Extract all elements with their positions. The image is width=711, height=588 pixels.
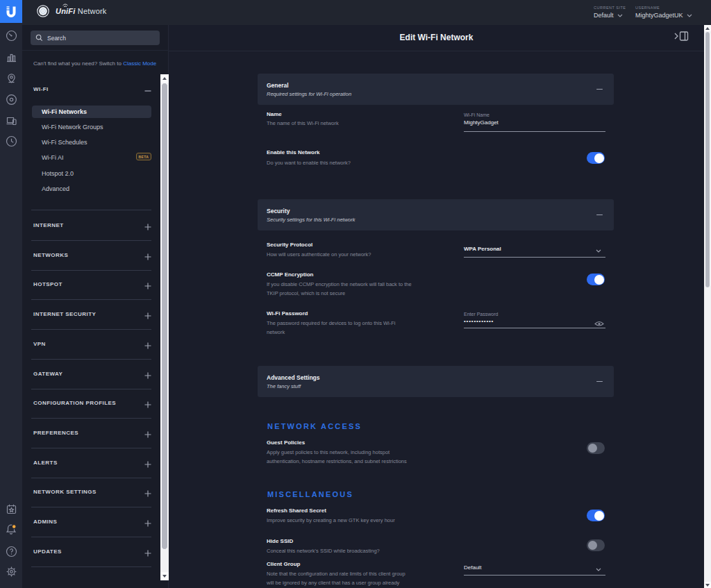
client-group-desc: Note that the configuration and rate lim… [267, 570, 412, 587]
sidebar-scrollbar-thumb[interactable] [161, 83, 168, 550]
sidebar-item-wifi-schedules[interactable]: Wi-Fi Schedules [42, 139, 87, 146]
sidebar-divider [31, 210, 151, 210]
scroll-up-button[interactable] [160, 74, 169, 83]
expand-icon[interactable] [144, 340, 152, 348]
current-site-value: Default [594, 12, 614, 19]
expand-icon[interactable] [144, 280, 152, 289]
expand-icon[interactable] [144, 429, 152, 437]
sidebar-section-wifi[interactable]: WI-FI [33, 86, 49, 92]
client-group-select[interactable]: Default [464, 564, 605, 576]
hide-ssid-toggle[interactable] [587, 539, 605, 551]
expand-icon[interactable] [144, 251, 152, 260]
map-icon[interactable] [0, 68, 22, 89]
sidebar-section-vpn[interactable]: VPN [33, 341, 46, 347]
current-site-label: CURRENT SITE [594, 6, 626, 10]
scroll-down-button[interactable] [160, 572, 169, 580]
expand-panel-icon[interactable] [674, 31, 689, 42]
expand-icon[interactable] [144, 518, 152, 526]
ccmp-encryption-toggle[interactable] [587, 274, 605, 285]
sidebar-section-hotspot[interactable]: HOTSPOT [33, 281, 62, 287]
insights-icon[interactable] [0, 131, 22, 151]
classic-mode-link[interactable]: Classic Mode [123, 60, 156, 67]
collapse-section-icon[interactable] [596, 215, 603, 216]
scroll-down-button[interactable] [704, 582, 711, 588]
guest-policies-desc: Apply guest policies to this network, in… [267, 448, 412, 466]
sidebar-divider [31, 507, 151, 507]
clients-icon[interactable] [0, 110, 22, 131]
sidebar-item-wifi-networks[interactable]: Wi-Fi Networks [42, 108, 87, 115]
client-group-label: Client Group [267, 561, 300, 567]
settings-icon[interactable] [0, 561, 22, 582]
expand-icon[interactable] [144, 548, 152, 556]
expand-icon[interactable] [144, 370, 152, 378]
sidebar-divider [31, 359, 151, 360]
main-scrollbar-thumb[interactable] [705, 31, 710, 288]
help-icon[interactable] [0, 541, 22, 562]
sidebar-section-alerts[interactable]: ALERTS [33, 460, 58, 466]
sidebar-divider [22, 50, 169, 51]
sidebar-item-hotspot-20[interactable]: Hotspot 2.0 [42, 170, 74, 177]
guest-policies-label: Guest Policies [267, 439, 305, 446]
sidebar-section-network-settings[interactable]: NETWORK SETTINGS [33, 489, 97, 495]
sidebar-divider [31, 299, 151, 300]
sidebar-item-wifi-network-groups[interactable]: Wi-Fi Network Groups [42, 124, 103, 131]
sidebar-item-advanced[interactable]: Advanced [42, 185, 69, 192]
section-title: Advanced Settings [267, 374, 320, 381]
ubiquiti-logo-tile[interactable] [0, 0, 22, 23]
hide-ssid-desc: Conceal this network's SSID while broadc… [267, 547, 412, 556]
notifications-icon[interactable] [0, 519, 22, 540]
wifi-password-label: Wi-Fi Password [267, 310, 308, 317]
beta-badge: BETA [136, 153, 151, 160]
sidebar-item-wifi-ai[interactable]: Wi-Fi AI [42, 154, 64, 161]
expand-icon[interactable] [144, 221, 152, 230]
ccmp-encryption-desc: If you disable CCMP encryption the netwo… [267, 280, 412, 298]
enable-network-label: Enable this Network [267, 149, 319, 156]
sidebar-divider [31, 566, 151, 567]
devices-icon[interactable] [0, 89, 22, 110]
wifi-arcs-icon [62, 3, 69, 8]
icon-rail [0, 0, 22, 588]
enable-network-toggle[interactable] [587, 152, 605, 164]
wifi-password-input-value: •••••••••••• [464, 318, 605, 324]
scroll-up-button[interactable] [704, 25, 711, 31]
sidebar-divider [31, 329, 151, 330]
sidebar-section-networks[interactable]: NETWORKS [33, 252, 68, 258]
sidebar-section-preferences[interactable]: PREFERENCES [33, 430, 78, 436]
expand-icon[interactable] [144, 459, 152, 467]
expand-icon[interactable] [144, 310, 152, 319]
app-title-product: UniFi [56, 7, 76, 15]
site-switcher[interactable]: CURRENT SITE Default [594, 6, 626, 19]
sidebar-section-internet-security[interactable]: INTERNET SECURITY [33, 311, 96, 317]
collapse-section-icon[interactable] [596, 89, 603, 90]
collapse-icon[interactable] [144, 85, 152, 94]
dashboard-icon[interactable] [0, 25, 22, 46]
section-header-advanced: Advanced Settings The fancy stuff [258, 366, 614, 397]
guest-policies-toggle[interactable] [587, 442, 605, 454]
ccmp-encryption-label: CCMP Encryption [267, 271, 313, 278]
show-password-icon[interactable] [594, 321, 605, 327]
wifi-password-input[interactable]: Enter Password •••••••••••• [464, 312, 605, 328]
notification-badge [12, 525, 16, 529]
ubiquiti-u-icon [3, 3, 19, 20]
security-protocol-label: Security Protocol [267, 242, 312, 248]
wifi-name-input[interactable]: Wi-Fi Name MightyGadget [464, 112, 605, 132]
search-input[interactable]: Search [31, 31, 160, 45]
statistics-icon[interactable] [0, 47, 22, 67]
sidebar-section-configuration-profiles[interactable]: CONFIGURATION PROFILES [33, 400, 116, 406]
sidebar-divider [31, 389, 151, 389]
toggle-knob [594, 275, 604, 285]
sidebar-section-internet[interactable]: INTERNET [33, 222, 64, 228]
collapse-section-icon[interactable] [596, 381, 603, 383]
refresh-shared-secret-toggle[interactable] [587, 510, 605, 521]
user-menu[interactable]: USERNAME MightyGadgetUK [635, 6, 692, 19]
username-label: USERNAME [635, 6, 692, 10]
expand-icon[interactable] [144, 399, 152, 408]
security-protocol-select[interactable]: WPA Personal [464, 246, 605, 258]
expand-icon[interactable] [144, 488, 152, 496]
sidebar-section-admins[interactable]: ADMINS [33, 519, 57, 525]
search-placeholder: Search [47, 35, 66, 42]
chevron-down-icon [596, 568, 601, 571]
sidebar-section-updates[interactable]: UPDATES [33, 548, 62, 555]
sidebar-section-gateway[interactable]: GATEWAY [33, 371, 62, 377]
whats-new-icon[interactable] [0, 498, 22, 519]
